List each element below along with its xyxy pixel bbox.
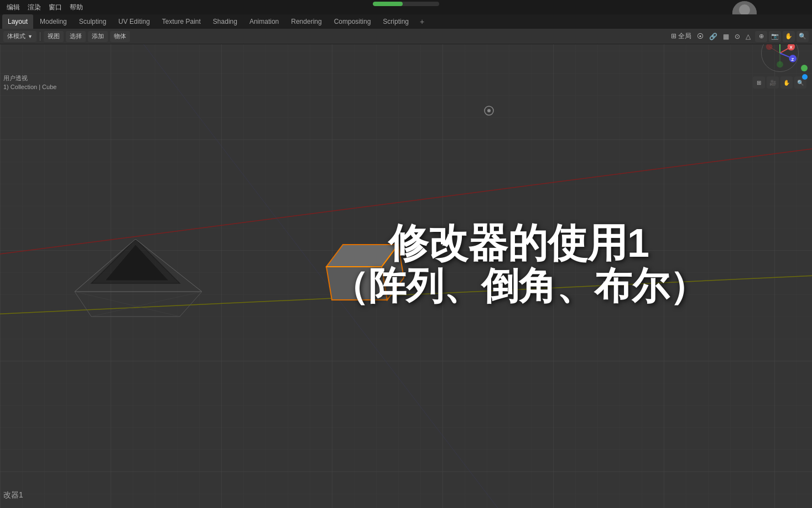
menu-edit[interactable]: 编辑 [3,2,23,13]
viewport-icon-group: ⊞ 全局 ⦿ 🔗 ▦ ⊙ △ [669,31,753,42]
svg-line-17 [75,292,180,317]
overlay-icon[interactable]: △ [743,32,753,41]
axis-lines [0,29,812,508]
bottom-label: 改器1 [3,490,23,499]
tab-modeling[interactable]: Modeling [34,14,72,29]
tab-layout[interactable]: Layout [2,14,33,29]
title-line1: 修改器的使用1 [331,221,707,265]
hand-tool-btn[interactable]: ✋ [780,76,793,89]
toolbar-separator [40,32,40,41]
svg-point-1 [739,4,750,15]
origin-marker [485,106,493,115]
origin-center [487,109,491,112]
perspective-btn[interactable]: ⊞ [753,76,765,89]
tab-sculpting[interactable]: Sculpting [74,14,112,29]
svg-line-12 [136,239,202,292]
svg-marker-19 [326,267,387,300]
toolbar-right: ⊕ 📷 ✋ 🔍 [755,31,809,42]
tab-animation[interactable]: Animation [244,14,284,29]
progress-fill [373,2,403,6]
menu-window[interactable]: 窗口 [45,2,65,13]
grid-overlay [0,29,812,508]
svg-point-28 [766,44,772,50]
tab-shading[interactable]: Shading [207,14,243,29]
svg-text:Z: Z [791,57,794,62]
camera-object [75,239,202,317]
object-menu[interactable]: 物体 [110,31,130,42]
title-overlay: 修改器的使用1 （阵列、倒角、布尔） [331,221,707,307]
svg-line-6 [0,272,812,317]
viewport-info: 用户透视 1) Collection | Cube [3,74,56,90]
svg-rect-4 [0,29,812,508]
tab-scripting[interactable]: Scripting [377,14,414,29]
selected-cube [326,245,404,300]
tab-texture-paint[interactable]: Texture Paint [157,14,206,29]
svg-line-15 [180,292,202,317]
top-menu-bar: 编辑 渲染 窗口 帮助 [0,0,812,14]
add-tab-button[interactable]: + [415,15,429,28]
object-path-label: 1) Collection | Cube [3,84,56,90]
camera-view-btn[interactable]: 🎥 [767,76,779,89]
viewport-size-icon[interactable]: ⊞ 全局 [669,31,694,42]
pin-icon[interactable]: ⦿ [695,32,706,41]
status-dot-blue [802,74,808,80]
svg-line-23 [382,245,398,267]
svg-line-18 [91,292,202,317]
tab-compositing[interactable]: Compositing [329,14,377,29]
view-menu[interactable]: 视图 [44,31,64,42]
title-line2: （阵列、倒角、布尔） [331,265,707,307]
viewport-3d[interactable]: 用户透视 1) Collection | Cube X Y Z [0,29,812,508]
lock-icon[interactable]: 🔗 [707,32,720,41]
hand-icon[interactable]: ✋ [783,31,795,42]
toolbar: 体模式 ▼ 视图 选择 添加 物体 ⊞ 全局 ⦿ 🔗 ▦ ⊙ △ ⊕ 📷 ✋ 🔍 [0,29,812,44]
menu-help[interactable]: 帮助 [66,2,86,13]
tab-bar: Layout Modeling Sculpting UV Editing Tex… [0,14,812,29]
svg-marker-8 [91,239,180,283]
svg-text:X: X [789,45,793,50]
mode-selector[interactable]: 体模式 ▼ [3,31,37,42]
progress-bar [373,2,439,6]
svg-point-33 [777,61,783,68]
3d-objects [0,29,812,508]
shading-dots[interactable]: ⊙ [732,32,742,41]
status-dot-green [801,65,808,71]
svg-line-14 [75,292,91,317]
connect-icon[interactable]: ⊕ [755,31,767,42]
svg-line-7 [111,29,498,508]
svg-marker-21 [382,245,404,300]
svg-line-11 [75,239,136,292]
add-menu[interactable]: 添加 [88,31,108,42]
svg-marker-10 [105,245,169,281]
svg-line-5 [0,139,812,261]
svg-marker-9 [91,239,180,283]
bottom-status-text: 改器1 [3,490,23,500]
menu-render[interactable]: 渲染 [24,2,44,13]
grid-icon[interactable]: ▦ [721,32,731,41]
view-type-label: 用户透视 [3,74,56,82]
search-icon[interactable]: 🔍 [797,31,809,42]
select-menu[interactable]: 选择 [66,31,86,42]
tab-uv-editing[interactable]: UV Editing [113,14,155,29]
camera-icon[interactable]: 📷 [769,31,781,42]
svg-marker-20 [326,245,398,267]
tab-rendering[interactable]: Rendering [285,14,327,29]
